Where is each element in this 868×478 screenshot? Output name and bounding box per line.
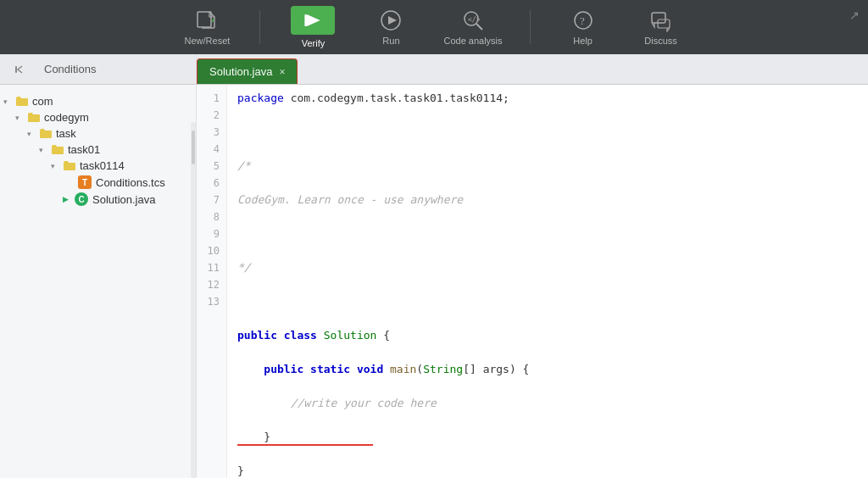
collapse-button[interactable] (7, 63, 34, 76)
new-reset-label: New/Reset (185, 36, 231, 46)
run-button[interactable]: Run (365, 8, 416, 46)
tree-label-com: com (32, 95, 53, 108)
code-line-12: } (237, 463, 858, 478)
tree-item-codegym[interactable]: ▾ codegym (0, 109, 196, 125)
code-line-9: public static void main(String[] args) { (237, 361, 858, 378)
arrow-solution: ▶ (63, 195, 75, 203)
folder-icon-codegym (27, 112, 41, 123)
code-line-7 (237, 293, 858, 310)
folder-icon-task (39, 128, 53, 139)
arrow-task0114: ▾ (51, 162, 63, 170)
svg-marker-1 (307, 14, 320, 26)
code-line-4: CodeGym. Learn once - use anywhere (237, 192, 858, 208)
sidebar-tab-bar: Conditions (0, 54, 196, 85)
new-reset-icon (193, 8, 220, 32)
svg-rect-12 (15, 66, 17, 73)
code-line-6: */ (237, 259, 858, 276)
code-analysis-button[interactable]: </> Code analysis (443, 8, 502, 46)
arrow-codegym: ▾ (15, 114, 27, 122)
code-line-2 (237, 124, 858, 141)
arrow-task01: ▾ (39, 146, 51, 154)
code-line-8: public class Solution { (237, 327, 858, 344)
code-line-5 (237, 225, 858, 242)
divider-1 (259, 10, 260, 44)
line-numbers: 1 2 3 4 5 6 7 8 9 10 11 12 13 (197, 85, 227, 478)
code-analysis-label: Code analysis (443, 36, 502, 46)
tree-item-solution[interactable]: ▶ C Solution.java (0, 191, 196, 208)
arrow-task: ▾ (27, 130, 39, 138)
editor-tabs: Solution.java × (197, 54, 868, 85)
arrow-com: ▾ (3, 97, 15, 106)
tree-item-com[interactable]: ▾ com (0, 93, 196, 109)
tree-label-codegym: codegym (44, 111, 89, 124)
java-file-icon: C (75, 192, 88, 206)
sidebar-scrollbar-thumb[interactable] (192, 131, 195, 164)
folder-icon-com (15, 96, 29, 107)
code-content[interactable]: package com.codegym.task.task01.task0114… (227, 85, 868, 478)
help-button[interactable]: ? Help (558, 8, 609, 46)
svg-line-6 (476, 24, 482, 30)
new-reset-button[interactable]: New/Reset (181, 8, 232, 46)
discuss-icon (648, 8, 675, 32)
tree-item-task0114[interactable]: ▾ task0114 (0, 158, 196, 174)
svg-rect-10 (652, 13, 665, 23)
help-label: Help (573, 36, 593, 46)
tree-label-task01: task01 (68, 143, 100, 156)
svg-rect-2 (305, 14, 308, 26)
code-line-3: /* (237, 158, 858, 175)
corner-arrow-icon: ↗ (849, 8, 860, 22)
tree-label-task: task (56, 127, 76, 140)
conditions-tab[interactable]: Conditions (34, 54, 106, 84)
verify-icon (291, 6, 335, 35)
verify-label: Verify (302, 38, 326, 48)
tab-close-button[interactable]: × (279, 66, 285, 78)
divider-2 (530, 10, 531, 44)
code-editor[interactable]: 1 2 3 4 5 6 7 8 9 10 11 12 13 package co… (197, 85, 868, 478)
help-icon: ? (570, 8, 597, 32)
code-line-10: //write your code here (237, 395, 858, 412)
tree-item-task[interactable]: ▾ task (0, 125, 196, 142)
tcs-file-icon: T (78, 175, 92, 189)
tree-label-solution: Solution.java (92, 193, 155, 206)
tree-label-conditions: Conditions.tcs (96, 176, 165, 189)
toolbar: New/Reset Verify Run </> (0, 0, 868, 54)
sidebar: Conditions ▾ com ▾ codegym (0, 54, 197, 478)
tree-item-task01[interactable]: ▾ task01 (0, 142, 196, 158)
discuss-label: Discuss (644, 36, 677, 46)
run-label: Run (382, 36, 399, 46)
code-analysis-icon: </> (459, 8, 487, 32)
tree-item-conditions[interactable]: T Conditions.tcs (0, 174, 196, 191)
svg-marker-4 (388, 16, 397, 25)
run-icon (377, 8, 404, 32)
tree-label-task0114: task0114 (80, 159, 125, 172)
editor-area: Solution.java × 1 2 3 4 5 6 7 8 9 10 11 … (197, 54, 868, 478)
code-line-11: } (237, 429, 858, 446)
discuss-button[interactable]: Discuss (636, 8, 687, 46)
verify-button[interactable]: Verify (287, 6, 338, 48)
svg-rect-11 (658, 19, 670, 28)
main-area: Conditions ▾ com ▾ codegym (0, 54, 868, 478)
folder-icon-task0114 (63, 160, 76, 171)
svg-text:?: ? (580, 14, 585, 27)
editor-tab-solution[interactable]: Solution.java × (197, 58, 298, 84)
svg-text:</>: </> (468, 16, 481, 24)
editor-tab-label: Solution.java (209, 65, 272, 78)
file-tree: ▾ com ▾ codegym ▾ (0, 85, 196, 478)
folder-icon-task01 (51, 144, 64, 155)
code-line-1: package com.codegym.task.task01.task0114… (237, 90, 858, 107)
sidebar-scrollbar[interactable] (191, 122, 196, 478)
